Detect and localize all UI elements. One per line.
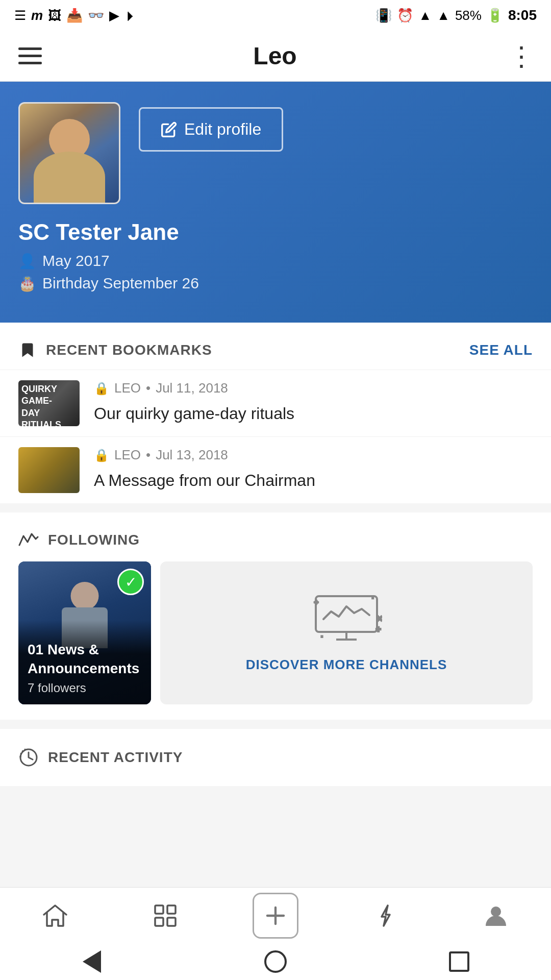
svg-text:·: ·: [321, 632, 323, 640]
bookmark-thumbnail-2: [18, 447, 80, 493]
grid-icon: [152, 902, 179, 929]
channel-followers: 7 followers: [28, 681, 142, 695]
svg-text:·: ·: [372, 594, 373, 601]
bookmarks-section: RECENT BOOKMARKS SEE ALL 🔒 LEO • Jul 11,…: [0, 323, 551, 503]
home-icon: [42, 902, 68, 929]
channels-row: ✓ 01 News & Announcements 7 followers ✦: [0, 561, 551, 704]
recent-activity-section: RECENT ACTIVITY: [0, 729, 551, 786]
wifi-icon: ▲: [418, 8, 432, 23]
person-icon: 👤: [18, 253, 36, 270]
bookmark-item[interactable]: 🔒 LEO • Jul 11, 2018 Our quirky game-day…: [0, 370, 551, 436]
play2-icon: ⏵: [124, 8, 138, 23]
following-check-icon: ✓: [117, 569, 144, 595]
following-section: FOLLOWING ✓ 01 News & Announcements 7 fo…: [0, 512, 551, 720]
following-header: FOLLOWING: [0, 512, 551, 561]
svg-text:+: +: [376, 625, 381, 633]
see-all-bookmarks-button[interactable]: SEE ALL: [469, 342, 533, 358]
battery-icon: 🔋: [487, 8, 503, 23]
back-button[interactable]: [77, 946, 107, 977]
image-icon: 🖼: [48, 8, 61, 23]
lock-icon-2: 🔒: [94, 448, 109, 462]
add-button-box: [253, 893, 298, 939]
lightning-icon: [372, 902, 399, 929]
bookmark-dot-2: •: [146, 447, 151, 463]
bookmark-date-2: Jul 13, 2018: [156, 447, 228, 463]
hamburger-menu-button[interactable]: [18, 47, 42, 64]
bookmark-item[interactable]: 🔒 LEO • Jul 13, 2018 A Message from our …: [0, 436, 551, 503]
notification-icon: ☰: [14, 8, 26, 23]
recent-activity-header: RECENT ACTIVITY: [18, 747, 533, 768]
channel-card[interactable]: ✓ 01 News & Announcements 7 followers: [18, 561, 151, 704]
bookmark-content-2: 🔒 LEO • Jul 13, 2018 A Message from our …: [94, 447, 533, 492]
recents-button[interactable]: [444, 946, 474, 977]
bookmark-title-1: Our quirky game-day rituals: [94, 402, 533, 425]
edit-pencil-icon: [161, 121, 177, 138]
bookmarks-header: RECENT BOOKMARKS SEE ALL: [0, 323, 551, 370]
birthday-icon: 🎂: [18, 275, 36, 292]
svg-text:✦: ✦: [313, 598, 319, 606]
join-date-text: May 2017: [42, 252, 110, 270]
edit-profile-button[interactable]: Edit profile: [139, 107, 283, 152]
app-title: Leo: [253, 42, 296, 70]
download-icon: 📥: [66, 8, 83, 23]
svg-text:×: ×: [377, 614, 382, 624]
more-options-button[interactable]: ⋮: [508, 43, 533, 69]
status-bar: ☰ m 🖼 📥 👓 ▶ ⏵ 📳 ⏰ ▲ ▲ 58% 🔋 8:05: [0, 0, 551, 31]
signal-icon: ▲: [437, 8, 450, 23]
recent-activity-title: RECENT ACTIVITY: [48, 749, 183, 766]
profile-join-date: 👤 May 2017: [18, 252, 533, 270]
bookmark-icon: [18, 341, 37, 359]
profile-header: Edit profile SC Tester Jane 👤 May 2017 🎂…: [0, 82, 551, 323]
status-right-info: 📳 ⏰ ▲ ▲ 58% 🔋 8:05: [375, 7, 537, 23]
profile-name: SC Tester Jane: [18, 219, 533, 245]
nav-activity-button[interactable]: [360, 898, 411, 934]
hamburger-line-3: [18, 62, 42, 64]
bookmark-meta-2: 🔒 LEO • Jul 13, 2018: [94, 447, 533, 463]
profile-top-section: Edit profile: [18, 102, 533, 204]
play-icon: ▶: [109, 8, 119, 23]
nav-home-button[interactable]: [30, 898, 81, 934]
bottom-nav: [0, 887, 551, 943]
channel-info: 01 News & Announcements 7 followers: [18, 620, 151, 704]
bottom-spacer: [0, 786, 551, 888]
status-left-icons: ☰ m 🖼 📥 👓 ▶ ⏵: [14, 8, 138, 23]
hamburger-line-1: [18, 47, 42, 50]
svg-point-15: [491, 906, 501, 917]
nav-add-button[interactable]: [250, 898, 301, 934]
plus-icon: [262, 902, 289, 929]
user-icon: [483, 902, 509, 929]
home-button[interactable]: [260, 946, 291, 977]
bookmark-thumbnail-1: [18, 380, 80, 426]
profile-birthday: 🎂 Birthday September 26: [18, 275, 533, 292]
birthday-text: Birthday September 26: [42, 275, 199, 292]
bookmark-source-1: LEO: [114, 380, 141, 396]
bookmark-title-2: A Message from our Chairman: [94, 469, 533, 492]
system-nav-bar: [0, 943, 551, 980]
hamburger-line-2: [18, 55, 42, 57]
activity-icon: [18, 531, 39, 549]
discover-more-card[interactable]: ✦ · × · + DISCOVER MORE CHANNELS: [160, 561, 533, 704]
app-bar: Leo ⋮: [0, 31, 551, 82]
discover-monitor-icon: ✦ · × · +: [311, 594, 382, 645]
recents-square-icon: [449, 951, 469, 972]
bookmarks-title-group: RECENT BOOKMARKS: [18, 341, 212, 359]
svg-rect-10: [167, 905, 176, 914]
svg-rect-12: [167, 918, 176, 926]
avatar-image: [20, 104, 119, 203]
following-title-group: FOLLOWING: [18, 531, 140, 549]
glasses-icon: 👓: [88, 8, 104, 23]
history-icon: [18, 747, 39, 768]
lock-icon: 🔒: [94, 381, 109, 396]
svg-rect-11: [155, 918, 163, 926]
nav-profile-button[interactable]: [470, 898, 521, 934]
home-circle-icon: [264, 950, 287, 973]
avatar: [18, 102, 120, 204]
bookmark-date-1: Jul 11, 2018: [156, 380, 228, 396]
channel-name: 01 News & Announcements: [28, 641, 142, 678]
back-arrow-icon: [83, 950, 101, 973]
bookmark-source-2: LEO: [114, 447, 141, 463]
svg-rect-9: [155, 905, 163, 914]
bookmark-dot-1: •: [146, 380, 151, 396]
following-section-title: FOLLOWING: [48, 532, 140, 548]
nav-grid-button[interactable]: [140, 898, 191, 934]
